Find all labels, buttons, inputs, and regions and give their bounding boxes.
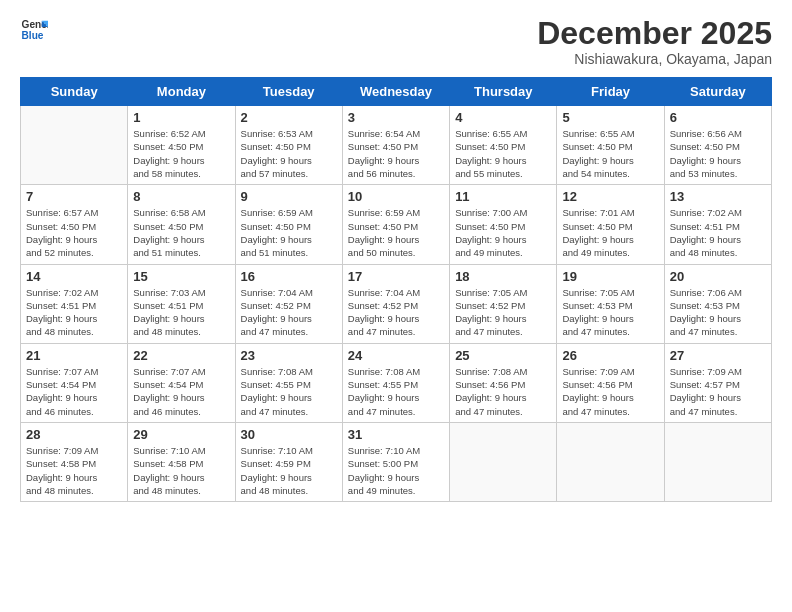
day-cell xyxy=(557,422,664,501)
day-cell: 20Sunrise: 7:06 AMSunset: 4:53 PMDayligh… xyxy=(664,264,771,343)
day-cell: 1Sunrise: 6:52 AMSunset: 4:50 PMDaylight… xyxy=(128,106,235,185)
day-info: Sunrise: 7:03 AMSunset: 4:51 PMDaylight:… xyxy=(133,286,229,339)
day-cell: 15Sunrise: 7:03 AMSunset: 4:51 PMDayligh… xyxy=(128,264,235,343)
day-cell: 2Sunrise: 6:53 AMSunset: 4:50 PMDaylight… xyxy=(235,106,342,185)
title-block: December 2025 Nishiawakura, Okayama, Jap… xyxy=(537,16,772,67)
day-number: 9 xyxy=(241,189,337,204)
week-row-4: 21Sunrise: 7:07 AMSunset: 4:54 PMDayligh… xyxy=(21,343,772,422)
day-number: 4 xyxy=(455,110,551,125)
day-number: 25 xyxy=(455,348,551,363)
day-cell: 5Sunrise: 6:55 AMSunset: 4:50 PMDaylight… xyxy=(557,106,664,185)
day-number: 5 xyxy=(562,110,658,125)
day-cell: 25Sunrise: 7:08 AMSunset: 4:56 PMDayligh… xyxy=(450,343,557,422)
day-number: 13 xyxy=(670,189,766,204)
day-number: 28 xyxy=(26,427,122,442)
day-cell: 18Sunrise: 7:05 AMSunset: 4:52 PMDayligh… xyxy=(450,264,557,343)
header-cell-thursday: Thursday xyxy=(450,78,557,106)
day-number: 6 xyxy=(670,110,766,125)
day-number: 16 xyxy=(241,269,337,284)
day-info: Sunrise: 6:54 AMSunset: 4:50 PMDaylight:… xyxy=(348,127,444,180)
day-info: Sunrise: 6:55 AMSunset: 4:50 PMDaylight:… xyxy=(455,127,551,180)
header-cell-monday: Monday xyxy=(128,78,235,106)
day-info: Sunrise: 6:55 AMSunset: 4:50 PMDaylight:… xyxy=(562,127,658,180)
day-number: 1 xyxy=(133,110,229,125)
day-info: Sunrise: 6:59 AMSunset: 4:50 PMDaylight:… xyxy=(348,206,444,259)
header-cell-sunday: Sunday xyxy=(21,78,128,106)
day-cell: 29Sunrise: 7:10 AMSunset: 4:58 PMDayligh… xyxy=(128,422,235,501)
day-number: 17 xyxy=(348,269,444,284)
day-info: Sunrise: 7:06 AMSunset: 4:53 PMDaylight:… xyxy=(670,286,766,339)
week-row-3: 14Sunrise: 7:02 AMSunset: 4:51 PMDayligh… xyxy=(21,264,772,343)
day-info: Sunrise: 6:52 AMSunset: 4:50 PMDaylight:… xyxy=(133,127,229,180)
day-cell: 23Sunrise: 7:08 AMSunset: 4:55 PMDayligh… xyxy=(235,343,342,422)
header-cell-wednesday: Wednesday xyxy=(342,78,449,106)
header-row: SundayMondayTuesdayWednesdayThursdayFrid… xyxy=(21,78,772,106)
day-cell: 7Sunrise: 6:57 AMSunset: 4:50 PMDaylight… xyxy=(21,185,128,264)
day-cell: 21Sunrise: 7:07 AMSunset: 4:54 PMDayligh… xyxy=(21,343,128,422)
day-info: Sunrise: 7:02 AMSunset: 4:51 PMDaylight:… xyxy=(26,286,122,339)
day-cell: 31Sunrise: 7:10 AMSunset: 5:00 PMDayligh… xyxy=(342,422,449,501)
day-cell: 27Sunrise: 7:09 AMSunset: 4:57 PMDayligh… xyxy=(664,343,771,422)
page: General Blue December 2025 Nishiawakura,… xyxy=(0,0,792,612)
day-info: Sunrise: 7:10 AMSunset: 5:00 PMDaylight:… xyxy=(348,444,444,497)
day-cell: 4Sunrise: 6:55 AMSunset: 4:50 PMDaylight… xyxy=(450,106,557,185)
day-number: 30 xyxy=(241,427,337,442)
day-info: Sunrise: 7:09 AMSunset: 4:58 PMDaylight:… xyxy=(26,444,122,497)
day-number: 18 xyxy=(455,269,551,284)
day-number: 20 xyxy=(670,269,766,284)
day-number: 21 xyxy=(26,348,122,363)
day-number: 26 xyxy=(562,348,658,363)
header-cell-friday: Friday xyxy=(557,78,664,106)
header-cell-tuesday: Tuesday xyxy=(235,78,342,106)
day-number: 10 xyxy=(348,189,444,204)
day-info: Sunrise: 7:07 AMSunset: 4:54 PMDaylight:… xyxy=(26,365,122,418)
day-number: 22 xyxy=(133,348,229,363)
day-cell: 28Sunrise: 7:09 AMSunset: 4:58 PMDayligh… xyxy=(21,422,128,501)
day-number: 2 xyxy=(241,110,337,125)
day-info: Sunrise: 7:05 AMSunset: 4:52 PMDaylight:… xyxy=(455,286,551,339)
day-number: 24 xyxy=(348,348,444,363)
day-info: Sunrise: 7:08 AMSunset: 4:55 PMDaylight:… xyxy=(348,365,444,418)
day-cell: 17Sunrise: 7:04 AMSunset: 4:52 PMDayligh… xyxy=(342,264,449,343)
day-cell: 22Sunrise: 7:07 AMSunset: 4:54 PMDayligh… xyxy=(128,343,235,422)
logo: General Blue xyxy=(20,16,48,44)
day-number: 8 xyxy=(133,189,229,204)
day-number: 19 xyxy=(562,269,658,284)
day-info: Sunrise: 6:58 AMSunset: 4:50 PMDaylight:… xyxy=(133,206,229,259)
week-row-1: 1Sunrise: 6:52 AMSunset: 4:50 PMDaylight… xyxy=(21,106,772,185)
logo-icon: General Blue xyxy=(20,16,48,44)
day-cell: 13Sunrise: 7:02 AMSunset: 4:51 PMDayligh… xyxy=(664,185,771,264)
day-info: Sunrise: 7:00 AMSunset: 4:50 PMDaylight:… xyxy=(455,206,551,259)
day-info: Sunrise: 6:53 AMSunset: 4:50 PMDaylight:… xyxy=(241,127,337,180)
week-row-2: 7Sunrise: 6:57 AMSunset: 4:50 PMDaylight… xyxy=(21,185,772,264)
day-info: Sunrise: 7:02 AMSunset: 4:51 PMDaylight:… xyxy=(670,206,766,259)
day-cell: 14Sunrise: 7:02 AMSunset: 4:51 PMDayligh… xyxy=(21,264,128,343)
calendar: SundayMondayTuesdayWednesdayThursdayFrid… xyxy=(20,77,772,502)
day-info: Sunrise: 7:04 AMSunset: 4:52 PMDaylight:… xyxy=(348,286,444,339)
day-cell: 11Sunrise: 7:00 AMSunset: 4:50 PMDayligh… xyxy=(450,185,557,264)
day-cell: 6Sunrise: 6:56 AMSunset: 4:50 PMDaylight… xyxy=(664,106,771,185)
day-cell xyxy=(21,106,128,185)
day-info: Sunrise: 7:01 AMSunset: 4:50 PMDaylight:… xyxy=(562,206,658,259)
day-cell: 16Sunrise: 7:04 AMSunset: 4:52 PMDayligh… xyxy=(235,264,342,343)
day-cell: 30Sunrise: 7:10 AMSunset: 4:59 PMDayligh… xyxy=(235,422,342,501)
day-info: Sunrise: 6:56 AMSunset: 4:50 PMDaylight:… xyxy=(670,127,766,180)
day-info: Sunrise: 7:07 AMSunset: 4:54 PMDaylight:… xyxy=(133,365,229,418)
day-cell: 8Sunrise: 6:58 AMSunset: 4:50 PMDaylight… xyxy=(128,185,235,264)
day-cell: 9Sunrise: 6:59 AMSunset: 4:50 PMDaylight… xyxy=(235,185,342,264)
day-info: Sunrise: 7:08 AMSunset: 4:56 PMDaylight:… xyxy=(455,365,551,418)
day-number: 29 xyxy=(133,427,229,442)
day-info: Sunrise: 6:59 AMSunset: 4:50 PMDaylight:… xyxy=(241,206,337,259)
day-cell: 3Sunrise: 6:54 AMSunset: 4:50 PMDaylight… xyxy=(342,106,449,185)
day-info: Sunrise: 7:09 AMSunset: 4:57 PMDaylight:… xyxy=(670,365,766,418)
day-number: 31 xyxy=(348,427,444,442)
day-number: 27 xyxy=(670,348,766,363)
day-info: Sunrise: 6:57 AMSunset: 4:50 PMDaylight:… xyxy=(26,206,122,259)
day-number: 11 xyxy=(455,189,551,204)
location: Nishiawakura, Okayama, Japan xyxy=(537,51,772,67)
day-info: Sunrise: 7:08 AMSunset: 4:55 PMDaylight:… xyxy=(241,365,337,418)
day-info: Sunrise: 7:05 AMSunset: 4:53 PMDaylight:… xyxy=(562,286,658,339)
day-number: 7 xyxy=(26,189,122,204)
day-number: 23 xyxy=(241,348,337,363)
month-title: December 2025 xyxy=(537,16,772,51)
